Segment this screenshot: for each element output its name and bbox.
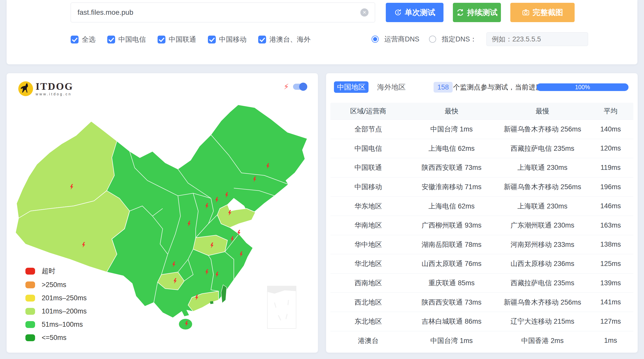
region-cell: 中国移动 <box>330 182 406 191</box>
avg-cell: 140ms <box>588 125 633 133</box>
slowest-cell: 辽宁大连移动 215ms <box>497 317 588 326</box>
header-cell: 平均 <box>588 107 633 116</box>
region-cell: 华北地区 <box>330 259 406 268</box>
avg-cell: 120ms <box>588 144 633 152</box>
legend-label: 101ms–200ms <box>42 307 87 315</box>
fastest-cell: 上海电信 62ms <box>406 202 497 211</box>
single-test-button[interactable]: 1 单次测试 <box>386 3 443 22</box>
filter-checkbox-4[interactable]: 港澳台、海外 <box>258 35 311 44</box>
region-cell: 全部节点 <box>330 125 406 134</box>
marker-toggle[interactable] <box>293 84 306 90</box>
slowest-cell: 西藏拉萨电信 235ms <box>497 144 588 153</box>
south-china-sea-inset <box>267 286 296 328</box>
legend-item: 超时 <box>25 266 87 276</box>
avg-cell: 1ms <box>588 337 633 345</box>
slowest-cell: 山西太原移动 236ms <box>497 259 588 268</box>
table-row: 中国移动安徽淮南移动 71ms新疆乌鲁木齐移动 256ms196ms <box>330 177 633 197</box>
region-cell: 中国联通 <box>330 163 406 172</box>
slowest-cell: 新疆乌鲁木齐移动 256ms <box>497 125 588 134</box>
radio-carrier-dns[interactable] <box>372 36 379 43</box>
region-cell: 中国电信 <box>330 144 406 153</box>
avg-cell: 163ms <box>588 221 633 229</box>
filter-checkbox-3[interactable]: 中国移动 <box>208 35 247 44</box>
checkbox-checked-icon[interactable] <box>158 36 165 43</box>
region-cell: 港澳台 <box>330 336 406 345</box>
avg-cell: 141ms <box>588 298 633 306</box>
slowest-cell: 新疆乌鲁木齐移动 256ms <box>497 182 588 191</box>
header-cell: 最慢 <box>497 107 588 116</box>
region-cell: 华东地区 <box>330 202 406 211</box>
table-row: 西南地区重庆联通 85ms西藏拉萨电信 235ms139ms <box>330 273 633 293</box>
full-screenshot-button[interactable]: 完整截图 <box>510 3 575 22</box>
monitor-count-badge: 158 <box>434 82 453 93</box>
test-config-card: ✕ 1 单次测试 持续测试 完整截图 全选中国电信中国联通中国移动港澳台、海外 … <box>7 0 637 64</box>
tab-overseas-region[interactable]: 海外地区 <box>375 81 408 93</box>
fastest-cell: 上海电信 62ms <box>406 144 497 153</box>
progress-bar: 100% <box>536 83 628 91</box>
fastest-cell: 安徽淮南移动 71ms <box>406 182 497 191</box>
checkbox-checked-icon[interactable] <box>258 36 266 43</box>
header-cell: 最快 <box>406 107 497 116</box>
itdog-logo: ITDOG www.itdog.cn <box>18 81 73 96</box>
avg-cell: 139ms <box>588 279 633 287</box>
radio-custom-dns[interactable] <box>429 36 436 43</box>
refresh-once-icon: 1 <box>394 9 402 16</box>
filter-label: 港澳台、海外 <box>269 35 311 44</box>
slowest-cell: 新疆乌鲁木齐移动 256ms <box>497 298 588 307</box>
svg-text:1: 1 <box>397 11 399 14</box>
clear-input-icon[interactable]: ✕ <box>360 8 369 17</box>
filter-checkbox-0[interactable]: 全选 <box>71 35 96 44</box>
checkbox-checked-icon[interactable] <box>208 36 216 43</box>
custom-dns-input[interactable] <box>486 32 588 46</box>
legend-label: 51ms–100ms <box>42 321 83 328</box>
table-row: 全部节点中国台湾 1ms新疆乌鲁木齐移动 256ms140ms <box>330 119 633 139</box>
results-table-body: 全部节点中国台湾 1ms新疆乌鲁木齐移动 256ms140ms中国电信上海电信 … <box>330 119 633 350</box>
avg-cell: 196ms <box>588 183 633 191</box>
camera-icon <box>522 9 530 16</box>
region-cell: 西南地区 <box>330 278 406 288</box>
monitor-progress-label: 个监测点参与测试，当前进度： <box>453 82 549 93</box>
repeat-icon <box>456 9 464 16</box>
header-cell: 区域/运营商 <box>330 107 406 116</box>
host-input[interactable] <box>71 3 375 22</box>
region-cell: 华中地区 <box>330 240 406 249</box>
fastest-cell: 山西太原联通 76ms <box>406 259 497 268</box>
legend-item: >250ms <box>25 281 87 289</box>
region-hongkong <box>210 301 213 304</box>
legend-swatch <box>25 268 35 275</box>
filter-label: 全选 <box>82 35 96 44</box>
table-row: 中国联通陕西西安联通 73ms上海联通 230ms119ms <box>330 158 633 177</box>
table-row: 西北地区陕西西安联通 73ms新疆乌鲁木齐移动 256ms141ms <box>330 292 633 312</box>
slowest-cell: 广东潮州联通 230ms <box>497 221 588 230</box>
legend-label: 超时 <box>42 266 55 276</box>
itdog-dog-icon <box>18 81 33 96</box>
continuous-test-button[interactable]: 持续测试 <box>453 3 501 22</box>
legend-swatch <box>25 281 35 288</box>
filter-checkbox-2[interactable]: 中国联通 <box>158 35 196 44</box>
checkbox-checked-icon[interactable] <box>71 36 79 43</box>
fastest-cell: 重庆联通 85ms <box>406 278 497 288</box>
legend-swatch <box>25 321 35 328</box>
radio-custom-dns-label: 指定DNS： <box>442 35 477 44</box>
logo-title: ITDOG <box>36 81 73 92</box>
filter-label: 中国电信 <box>118 35 146 44</box>
avg-cell: 138ms <box>588 241 633 248</box>
avg-cell: 127ms <box>588 318 633 325</box>
legend-label: >250ms <box>42 281 66 289</box>
china-map-card: ITDOG www.itdog.cn ⚡ <box>7 73 318 353</box>
checkbox-checked-icon[interactable] <box>107 36 115 43</box>
legend-swatch <box>25 308 35 315</box>
table-row: 华北地区山西太原联通 76ms山西太原移动 236ms125ms <box>330 254 633 273</box>
legend-item: <=50ms <box>25 334 87 342</box>
fastest-cell: 中国台湾 1ms <box>406 336 497 345</box>
tab-china-region[interactable]: 中国地区 <box>334 81 369 93</box>
legend-swatch <box>25 334 35 341</box>
latency-legend: 超时>250ms201ms–250ms101ms–200ms51ms–100ms… <box>25 266 87 342</box>
fastest-cell: 陕西西安联通 73ms <box>406 298 497 307</box>
filter-checkbox-1[interactable]: 中国电信 <box>107 35 146 44</box>
results-table-header: 区域/运营商最快最慢平均 <box>330 103 633 119</box>
fastest-cell: 陕西西安联通 73ms <box>406 163 497 172</box>
legend-item: 51ms–100ms <box>25 321 87 328</box>
results-table: 区域/运营商最快最慢平均 全部节点中国台湾 1ms新疆乌鲁木齐移动 256ms1… <box>330 103 633 350</box>
fastest-cell: 湖南岳阳联通 78ms <box>406 240 497 249</box>
